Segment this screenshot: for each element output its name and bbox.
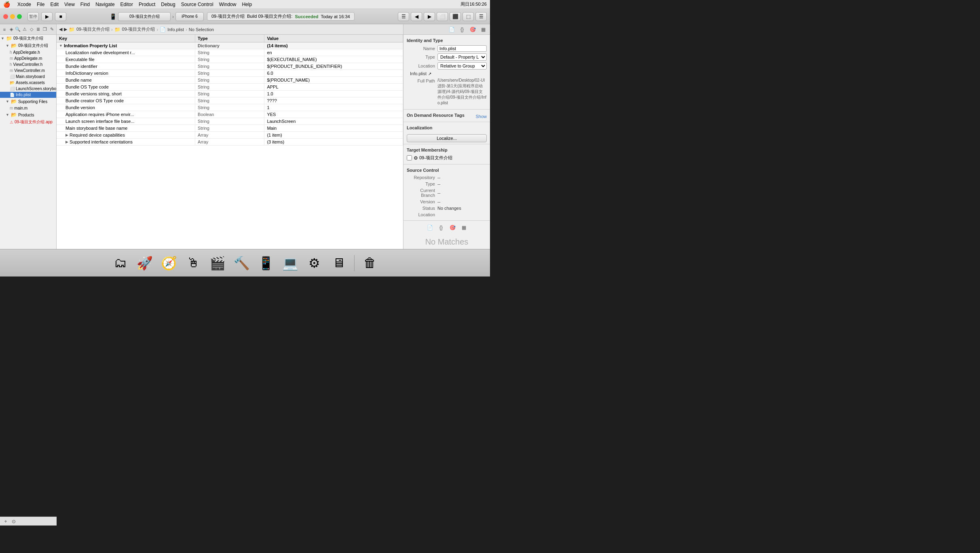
dock-finder[interactable]: 🗂: [110, 253, 131, 274]
menu-editor[interactable]: Editor: [120, 2, 133, 7]
inspector-attr-btn[interactable]: ▦: [479, 25, 488, 34]
back-btn[interactable]: ◀: [411, 12, 422, 21]
dock-iphone[interactable]: 📱: [256, 253, 277, 274]
table-row[interactable]: Bundle versions string, shortString1.0: [57, 91, 403, 97]
maximize-button[interactable]: [17, 14, 22, 19]
inspector-quick-help-btn[interactable]: {}: [458, 25, 467, 34]
table-row[interactable]: ▶Required device capabilitiesArray(1 ite…: [57, 132, 403, 139]
dock-terminal[interactable]: 💻: [280, 253, 301, 274]
menu-source-control[interactable]: Source Control: [181, 2, 213, 7]
target-checkbox[interactable]: [407, 155, 412, 160]
forward-btn[interactable]: ▶: [424, 12, 435, 21]
nav-file-mainm[interactable]: m main.m: [0, 105, 56, 111]
nav-file-infoplist[interactable]: 📄 Info.plist: [0, 92, 56, 98]
breadcrumb-selection[interactable]: No Selection: [189, 27, 214, 32]
breadcrumb-root[interactable]: 09-项目文件介绍: [76, 26, 110, 32]
dock-screen[interactable]: 🖥: [328, 253, 349, 274]
menu-help[interactable]: Help: [242, 2, 252, 7]
table-row[interactable]: Launch screen interface file base...Stri…: [57, 118, 403, 125]
dock-mouse[interactable]: 🖱: [183, 253, 204, 274]
nav-app-product[interactable]: ⚠ 09-项目文件介绍.app: [0, 118, 56, 126]
nav-btn-debug[interactable]: ≣: [36, 26, 41, 33]
nav-file-appdelegateh[interactable]: h AppDelegate.h: [0, 49, 56, 55]
table-row[interactable]: Bundle identifierString$(PRODUCT_BUNDLE_…: [57, 63, 403, 70]
table-row[interactable]: Bundle creator OS Type codeString????: [57, 97, 403, 104]
menu-view[interactable]: View: [64, 2, 75, 7]
inspector-identity-btn[interactable]: 🎯: [468, 25, 477, 34]
localize-button[interactable]: Localize...: [407, 134, 487, 142]
inspector-file-btn[interactable]: 📄: [447, 25, 456, 34]
type-select[interactable]: Default - Property List XML: [437, 53, 487, 61]
menu-window[interactable]: Window: [219, 2, 237, 7]
dock-safari[interactable]: 🧭: [158, 253, 180, 274]
suspend-button[interactable]: 暂停: [27, 12, 39, 21]
nav-btn-folder[interactable]: ≡: [2, 26, 7, 33]
expand-arrow[interactable]: ▼: [59, 44, 63, 48]
dock-launchpad[interactable]: 🚀: [134, 253, 155, 274]
run-button[interactable]: ▶: [41, 12, 53, 21]
breadcrumb-nav-back[interactable]: ◀: [59, 27, 62, 32]
stop-button[interactable]: ■: [55, 12, 66, 21]
expand-arrow[interactable]: ▶: [65, 140, 68, 144]
nav-btn-warning[interactable]: ⚠: [22, 26, 27, 33]
nav-btn-breakpoint[interactable]: ❒: [42, 26, 48, 33]
inspector-toggle[interactable]: ☰: [475, 12, 487, 21]
nav-file-viewcontrollerh[interactable]: h ViewController.h: [0, 61, 56, 68]
nav-btn-report[interactable]: ✎: [49, 26, 55, 33]
menu-xcode[interactable]: Xcode: [17, 2, 31, 7]
nav-root[interactable]: ▼ 📁 09-项目文件介绍: [0, 35, 56, 42]
table-row[interactable]: ▼Information Property ListDictionary(14 …: [57, 42, 403, 49]
nav-products[interactable]: ▼ 📂 Products: [0, 111, 56, 118]
table-row[interactable]: InfoDictionary versionString6.0: [57, 70, 403, 77]
table-row[interactable]: Localization native development r...Stri…: [57, 49, 403, 56]
menu-file[interactable]: File: [37, 2, 44, 7]
nav-file-appdelegatem[interactable]: m AppDelegate.m: [0, 55, 56, 61]
table-row[interactable]: Main storyboard file base nameStringMain: [57, 125, 403, 132]
inspector-bottom-grid-btn[interactable]: ▦: [459, 223, 468, 232]
dock-prefs[interactable]: ⚙: [304, 253, 325, 274]
inspector-bottom-target-btn[interactable]: 🎯: [448, 223, 457, 232]
scheme-selector[interactable]: 09-项目文件介绍: [118, 12, 171, 21]
breadcrumb-file[interactable]: Info.plist: [167, 27, 184, 32]
dock-tools[interactable]: 🔨: [231, 253, 252, 274]
navigator-toggle[interactable]: ☰: [398, 12, 409, 21]
dock-movie[interactable]: 🎬: [207, 253, 228, 274]
table-row[interactable]: ▶Supported interface orientationsArray(3…: [57, 139, 403, 146]
file-reveal-icon[interactable]: ↗: [428, 72, 431, 76]
nav-group[interactable]: ▼ 📂 09-项目文件介绍: [0, 42, 56, 49]
nav-btn-test[interactable]: ◇: [29, 26, 34, 33]
menu-debug[interactable]: Debug: [161, 2, 175, 7]
nav-file-viewcontrollerm[interactable]: m ViewController.m: [0, 68, 56, 74]
nav-btn-search-sym[interactable]: ◈: [8, 26, 14, 33]
close-button[interactable]: [3, 14, 8, 19]
nav-supporting-files[interactable]: ▼ 📂 Supporting Files: [0, 98, 56, 105]
standard-editor[interactable]: ⬜: [437, 12, 448, 21]
menu-find[interactable]: Find: [80, 2, 90, 7]
nav-file-assets[interactable]: 📂 Assets.xcassets: [0, 80, 56, 86]
device-selector[interactable]: iPhone 6: [175, 12, 204, 21]
table-row[interactable]: Bundle OS Type codeStringAPPL: [57, 84, 403, 91]
location-select[interactable]: Relative to Group: [437, 62, 487, 70]
breadcrumb-group[interactable]: 09-项目文件介绍: [122, 26, 155, 32]
name-input[interactable]: [437, 45, 487, 52]
table-row[interactable]: Application requires iPhone envir...Bool…: [57, 111, 403, 118]
show-link[interactable]: Show: [475, 114, 487, 119]
menu-navigate[interactable]: Navigate: [95, 2, 114, 7]
table-row[interactable]: Bundle nameString$(PRODUCT_NAME): [57, 77, 403, 84]
breadcrumb-nav-fwd[interactable]: ▶: [64, 27, 67, 32]
nav-file-launchscreen[interactable]: ⬜ LaunchScreen.storyboard: [0, 86, 56, 92]
version-editor[interactable]: ⬚: [463, 12, 474, 21]
nav-btn-search[interactable]: 🔍: [15, 26, 21, 33]
menu-product[interactable]: Product: [139, 2, 155, 7]
dock-trash[interactable]: 🗑: [359, 253, 380, 274]
menu-edit[interactable]: Edit: [50, 2, 59, 7]
inspector-bottom-code-btn[interactable]: {}: [437, 223, 446, 232]
minimize-button[interactable]: [10, 14, 15, 19]
table-row[interactable]: Bundle versionString1: [57, 104, 403, 111]
table-row[interactable]: Executable fileString$(EXECUTABLE_NAME): [57, 56, 403, 63]
inspector-bottom-file-btn[interactable]: 📄: [425, 223, 434, 232]
assistant-editor[interactable]: ⬛: [450, 12, 461, 21]
nav-file-mainstoryboard[interactable]: ⬜ Main.storyboard: [0, 74, 56, 80]
expand-arrow[interactable]: ▶: [65, 133, 68, 137]
apple-menu[interactable]: 🍎: [3, 1, 10, 8]
